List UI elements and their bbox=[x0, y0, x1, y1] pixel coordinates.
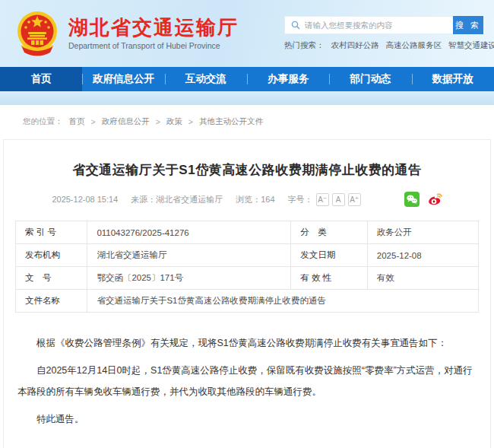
breadcrumb: 您的位置： 首页 > 政府信息公开 > 政策 > 其他主动公开文件 bbox=[0, 105, 494, 137]
breadcrumb-label: 您的位置： bbox=[23, 116, 63, 127]
article-body: 根据《收费公路管理条例》有关规定，现将S1岱黄高速公路收费期满停止收费有关事宜通… bbox=[17, 332, 477, 430]
national-emblem-logo bbox=[15, 9, 59, 58]
table-row: 发布机构 湖北省交通运输厅 发文日期 2025-12-08 bbox=[16, 244, 479, 267]
wechat-share-icon[interactable] bbox=[404, 192, 420, 207]
view-count: 浏览：164 bbox=[236, 194, 274, 205]
signature-block: 湖北省交通运输厅 2025年12月8日 bbox=[4, 445, 490, 448]
article-card: 省交通运输厅关于S1岱黄高速公路收费期满停止收费的通告 2025-12-08 1… bbox=[3, 139, 491, 448]
doc-number-label: 文 号 bbox=[16, 267, 87, 290]
nav-item-home[interactable]: 首页 bbox=[0, 67, 82, 91]
font-normal-button[interactable]: A bbox=[332, 193, 345, 206]
table-row: 文件名称 省交通运输厅关于S1岱黄高速公路收费期满停止收费的通告 bbox=[16, 290, 479, 313]
table-row: 索 引 号 011043276/2025-41276 分 类 政务公开 bbox=[16, 221, 479, 244]
issuing-agency-label: 发布机构 bbox=[16, 244, 87, 267]
table-row: 文 号 鄂交函〔2025〕171号 有 效 性 有效 bbox=[16, 267, 479, 290]
main-nav: 首页 政府信息公开 互动交流 办事服务 部门动态 数据开放 bbox=[0, 67, 494, 91]
brand-text: 湖北省交通运输厅 Department of Transport of Hube… bbox=[68, 17, 239, 51]
site-header: 湖北省交通运输厅 Department of Transport of Hube… bbox=[0, 0, 494, 67]
hot-search-link-3[interactable]: 智慧交通建设 bbox=[448, 40, 494, 51]
brand: 湖北省交通运输厅 Department of Transport of Hube… bbox=[15, 9, 239, 58]
index-number-label: 索 引 号 bbox=[16, 221, 87, 244]
weibo-share-icon[interactable] bbox=[427, 192, 442, 207]
body-paragraph-1: 根据《收费公路管理条例》有关规定，现将S1岱黄高速公路收费期满停止收费有关事宜通… bbox=[17, 332, 477, 354]
body-paragraph-3: 特此通告。 bbox=[17, 408, 477, 430]
font-smaller-button[interactable]: A⁻ bbox=[316, 193, 329, 206]
font-size-controls: 字号： A⁻ A A⁺ bbox=[288, 193, 361, 206]
font-size-label: 字号： bbox=[288, 194, 313, 205]
search-icon bbox=[291, 21, 300, 30]
article-source: 来源：湖北省交通运输厅 bbox=[131, 194, 223, 205]
breadcrumb-current[interactable]: 其他主动公开文件 bbox=[199, 116, 263, 127]
breadcrumb-home[interactable]: 首页 bbox=[69, 116, 85, 127]
search-input[interactable] bbox=[305, 21, 447, 30]
share-buttons bbox=[404, 192, 442, 207]
nav-item-services[interactable]: 办事服务 bbox=[247, 67, 329, 91]
nav-item-gov-info[interactable]: 政府信息公开 bbox=[82, 67, 164, 91]
doc-number-value: 鄂交函〔2025〕171号 bbox=[87, 267, 291, 290]
validity-value: 有效 bbox=[367, 267, 478, 290]
nav-sub-strip bbox=[0, 91, 494, 105]
nav-item-dept-news[interactable]: 部门动态 bbox=[329, 67, 411, 91]
search-button[interactable]: 搜 索 bbox=[453, 16, 483, 34]
font-larger-button[interactable]: A⁺ bbox=[348, 193, 361, 206]
category-label: 分 类 bbox=[291, 221, 367, 244]
site-title: 湖北省交通运输厅 bbox=[68, 17, 239, 40]
validity-label: 有 效 性 bbox=[291, 267, 367, 290]
breadcrumb-policy[interactable]: 政策 bbox=[166, 116, 182, 127]
article-meta-row: 2025-12-08 15:14 来源：湖北省交通运输厅 浏览：164 字号： … bbox=[4, 192, 490, 207]
category-value: 政务公开 bbox=[367, 221, 478, 244]
doc-title-label: 文件名称 bbox=[16, 290, 87, 313]
hot-search-label: 热门搜索： bbox=[284, 40, 325, 51]
breadcrumb-separator: > bbox=[91, 117, 96, 126]
breadcrumb-gov-info[interactable]: 政府信息公开 bbox=[102, 116, 150, 127]
article-title: 省交通运输厅关于S1岱黄高速公路收费期满停止收费的通告 bbox=[4, 161, 490, 179]
publish-datetime: 2025-12-08 15:14 bbox=[52, 195, 118, 204]
doc-title-value: 省交通运输厅关于S1岱黄高速公路收费期满停止收费的通告 bbox=[87, 290, 479, 313]
breadcrumb-separator: > bbox=[156, 117, 160, 126]
search-box bbox=[284, 16, 453, 34]
signature-org: 湖北省交通运输厅 bbox=[4, 445, 441, 448]
body-paragraph-2: 自2025年12月14日0时起，S1岱黄高速公路停止收费，保留既有收费设施按照“… bbox=[17, 360, 477, 402]
nav-item-interaction[interactable]: 互动交流 bbox=[165, 67, 247, 91]
hot-search-link-1[interactable]: 农村四好公路 bbox=[331, 40, 379, 51]
nav-item-open-data[interactable]: 数据开放 bbox=[412, 67, 494, 91]
index-number-value: 011043276/2025-41276 bbox=[87, 221, 291, 244]
document-info-table: 索 引 号 011043276/2025-41276 分 类 政务公开 发布机构… bbox=[15, 221, 479, 313]
hot-search-row: 热门搜索： 农村四好公路 高速公路服务区 智慧交通建设 bbox=[284, 40, 483, 51]
breadcrumb-separator: > bbox=[188, 117, 193, 126]
hot-search-link-2[interactable]: 高速公路服务区 bbox=[386, 40, 442, 51]
issue-date-label: 发文日期 bbox=[291, 244, 367, 267]
issuing-agency-value: 湖北省交通运输厅 bbox=[87, 244, 291, 267]
header-search-area: 搜 索 热门搜索： 农村四好公路 高速公路服务区 智慧交通建设 bbox=[284, 16, 483, 51]
site-subtitle: Department of Transport of Hubei Provinc… bbox=[68, 41, 239, 50]
issue-date-value: 2025-12-08 bbox=[367, 244, 478, 267]
